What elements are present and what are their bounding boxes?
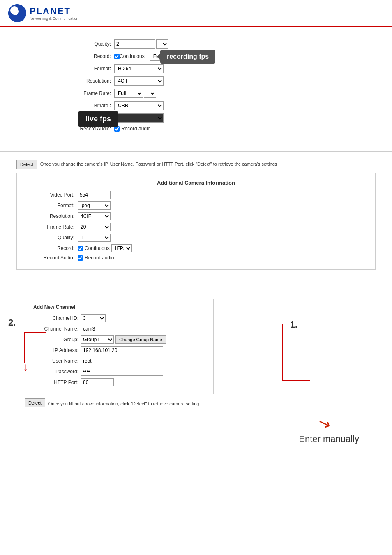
detect-message-section3: Once you fill out above information, cli… (48, 400, 199, 406)
record-audio-row: Record Audio: Record audio (66, 126, 367, 132)
tooltip-live: live fps (78, 111, 118, 127)
record-checkbox[interactable] (114, 54, 120, 59)
info-quality-select[interactable]: 1 (78, 234, 111, 242)
annotation-line-right-h1 (282, 324, 310, 324)
info-format-label: Format: (25, 203, 74, 208)
svg-point-2 (13, 9, 17, 14)
record-label: Record: (66, 53, 111, 59)
record-audio-label: Record Audio: (66, 126, 111, 132)
section1-panel: Quality: 2 Record: Continuous Full recor… (0, 27, 392, 147)
ip-address-label: IP Address: (33, 347, 78, 353)
info-record-audio-text: Record audio (85, 255, 114, 261)
user-name-label: User Name: (33, 358, 78, 364)
bitrate-type-row: Bitrate : CBR (66, 101, 367, 110)
info-quality-row: Quality: 1 (25, 234, 367, 242)
frame-rate-select2[interactable] (144, 89, 156, 98)
brand-tagline: Networking & Communication (30, 16, 78, 21)
quality-input[interactable] (114, 39, 155, 49)
http-port-label: HTTP Port: (33, 379, 78, 385)
annotation-line-right-h2 (282, 380, 310, 381)
frame-rate-select[interactable]: Full (114, 89, 143, 98)
ip-address-input[interactable] (81, 346, 163, 354)
resolution-label: Resolution: (66, 78, 111, 84)
quality-row: Quality: 2 (66, 39, 367, 49)
record-row: Record: Continuous Full recording fps (66, 52, 367, 61)
annotation-line-left (24, 332, 25, 363)
format-select[interactable]: H.264 (114, 64, 164, 73)
video-port-row: Video Port: (25, 191, 367, 199)
quality-select[interactable]: 2 (156, 39, 168, 49)
info-frame-rate-label: Frame Rate: (25, 224, 74, 230)
info-quality-label: Quality: (25, 235, 74, 240)
svg-point-0 (8, 4, 26, 22)
add-channel-title: Add New Channel: (33, 304, 205, 310)
user-name-input[interactable] (81, 357, 163, 365)
step-2-label: 2. (8, 317, 16, 328)
annotation-line-top (24, 332, 46, 333)
brand-name: PLANET (30, 6, 78, 16)
group-row: Group: Group1 Change Group Name (33, 335, 205, 344)
channel-name-row: Channel Name: (33, 325, 205, 333)
password-label: Password: (33, 369, 78, 375)
channel-name-input[interactable] (81, 325, 163, 333)
svg-point-3 (14, 11, 16, 12)
resolution-select[interactable]: 4CIF (114, 76, 164, 86)
detect-message-section2: Once you change the camera's IP, User Na… (40, 160, 277, 166)
info-record-checkbox[interactable] (78, 246, 83, 251)
password-row: Password: (33, 368, 205, 376)
bitrate-select[interactable] (114, 113, 164, 123)
info-continuous-label: Continuous (85, 245, 110, 251)
logo-icon (8, 4, 26, 22)
group-label: Group: (33, 337, 78, 342)
camera-info-box: Additional Camera Information Video Port… (16, 173, 376, 270)
info-record-audio-label: Record Audio: (25, 255, 74, 261)
svg-point-1 (12, 8, 19, 15)
continuous-label: Continuous (120, 53, 145, 59)
annotation-line-right-v (282, 324, 283, 381)
detect-button-section3[interactable]: Detect (25, 398, 45, 407)
ip-address-row: IP Address: (33, 346, 205, 354)
record-audio-checkbox[interactable] (114, 126, 120, 132)
info-format-select[interactable]: jpeg (78, 201, 111, 210)
user-name-row: User Name: (33, 357, 205, 365)
info-record-row: Record: Continuous 1FPS (25, 244, 367, 252)
info-resolution-select[interactable]: 4CIF (78, 212, 111, 220)
change-group-button[interactable]: Change Group Name (115, 335, 166, 344)
channel-id-label: Channel ID: (33, 315, 78, 321)
arrow-down-right: ↘ (316, 413, 333, 434)
detect-button-section2[interactable]: Detect (16, 160, 37, 169)
header: PLANET Networking & Communication (0, 0, 392, 27)
resolution-row: Resolution: 4CIF (66, 76, 367, 86)
record-audio-text: Record audio (121, 126, 150, 132)
info-record-audio-checkbox[interactable] (78, 255, 83, 261)
frame-rate-row: Frame Rate: Full (66, 89, 367, 98)
info-resolution-label: Resolution: (25, 213, 74, 219)
info-frame-rate-row: Frame Rate: 20 (25, 223, 367, 231)
format-row: Format: H.264 (66, 64, 367, 73)
video-port-input[interactable] (78, 191, 111, 199)
logo-container: PLANET Networking & Communication (8, 4, 78, 22)
info-frame-rate-select[interactable]: 20 (78, 223, 111, 231)
channel-id-row: Channel ID: 3 (33, 314, 205, 322)
bitrate-row: Bitrate: live fps (66, 113, 367, 123)
detect-bottom-row: Detect Once you fill out above informati… (25, 398, 384, 407)
info-resolution-row: Resolution: 4CIF (25, 212, 367, 220)
quality-label: Quality: (66, 41, 111, 47)
http-port-input[interactable] (81, 378, 114, 386)
password-input[interactable] (81, 368, 163, 376)
video-port-label: Video Port: (25, 192, 74, 198)
step-1-label: 1. (290, 319, 297, 330)
bitrate-type-select[interactable]: CBR (114, 101, 164, 110)
channel-name-label: Channel Name: (33, 326, 78, 332)
section2-panel: Detect Once you change the camera's IP, … (8, 156, 384, 274)
channel-id-select[interactable]: 3 (81, 314, 106, 322)
info-record-label: Record: (25, 245, 74, 251)
info-format-row: Format: jpeg (25, 201, 367, 210)
group-select[interactable]: Group1 (81, 335, 114, 344)
info-fps-select[interactable]: 1FPS (111, 244, 132, 252)
logo-svg (8, 4, 26, 22)
tooltip-recording: recording fps (160, 50, 215, 64)
detect-bar: Detect Once you change the camera's IP, … (16, 160, 376, 169)
camera-info-title: Additional Camera Information (25, 180, 367, 186)
add-channel-box: Add New Channel: Channel ID: 3 Channel N… (25, 299, 214, 394)
